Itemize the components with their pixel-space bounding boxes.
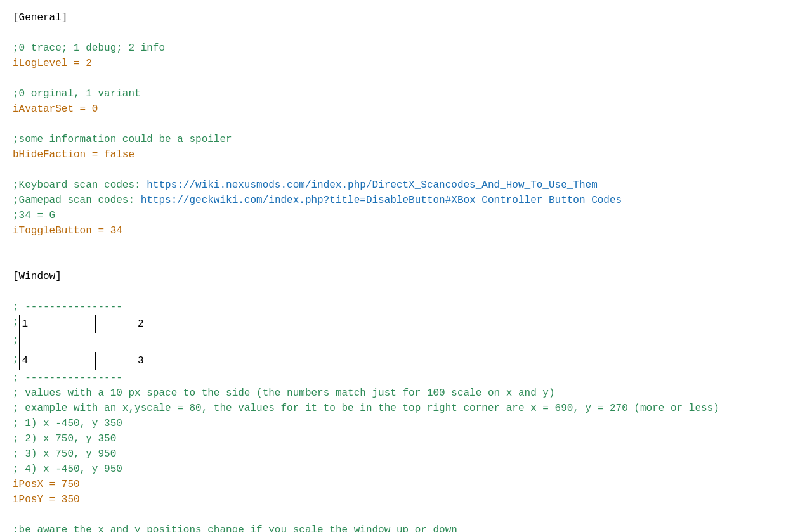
section-window: [Window] <box>13 269 799 284</box>
diagram-cell-4: 4 <box>20 352 96 370</box>
comment-gamepad-text: ;Gamepad scan codes: <box>13 195 141 206</box>
comment-gamepad: ;Gamepad scan codes: https://geckwiki.co… <box>13 193 799 208</box>
blank-5 <box>13 238 799 254</box>
comment-keyboard-text: ;Keyboard scan codes: <box>13 179 147 191</box>
diagram-dash-top: ; ---------------- <box>13 299 799 315</box>
gamepad-url: https://geckwiki.com/index.php?title=Dis… <box>141 195 622 206</box>
diagram-middle <box>19 333 147 352</box>
comment-log: ;0 trace; 1 debug; 2 info <box>13 41 799 56</box>
diagram-cell-1: 1 <box>20 315 96 333</box>
comment-faction: ;some information could be a spoiler <box>13 132 799 147</box>
diagram-cell-2: 2 <box>96 315 147 333</box>
comment-coord2: ; 2) x 750, y 350 <box>13 431 799 446</box>
section-general: [General] <box>13 10 799 25</box>
diagram-prefix-3: ; <box>13 352 19 370</box>
blank-1 <box>13 25 799 41</box>
keyboard-url: https://wiki.nexusmods.com/index.php/Dir… <box>147 179 598 191</box>
kv-faction: bHideFaction = false <box>13 147 799 162</box>
comment-keyboard: ;Keyboard scan codes: https://wiki.nexus… <box>13 178 799 193</box>
diagram-cell-3: 3 <box>96 352 147 370</box>
diagram-row3: ; 4 3 <box>13 352 799 370</box>
blank-7 <box>13 284 799 299</box>
diagram-row1: ; 1 2 <box>13 315 799 333</box>
diagram-table-wrapper: 1 2 <box>19 315 147 333</box>
blank-4 <box>13 162 799 178</box>
blank-3 <box>13 117 799 132</box>
comment-coord1: ; 1) x -450, y 350 <box>13 416 799 431</box>
comment-coord4: ; 4) x -450, y 950 <box>13 462 799 477</box>
blank-8 <box>13 507 799 522</box>
kv-posx: iPosX = 750 <box>13 477 799 492</box>
diagram-row2: ; <box>13 333 799 352</box>
comment-values1: ; values with a 10 px space to the side … <box>13 386 799 401</box>
diagram-prefix-1: ; <box>13 315 19 333</box>
diagram-prefix-2: ; <box>13 333 19 352</box>
comment-values2: ; example with an x,yscale = 80, the val… <box>13 401 799 416</box>
code-content: [General] ;0 trace; 1 debug; 2 info iLog… <box>13 10 799 532</box>
kv-posy: iPosY = 350 <box>13 492 799 507</box>
comment-34: ;34 = G <box>13 208 799 223</box>
blank-6 <box>13 254 799 269</box>
kv-toggle: iToggleButton = 34 <box>13 223 799 238</box>
blank-2 <box>13 71 799 86</box>
diagram-table-wrapper-2: 4 3 <box>19 352 147 370</box>
kv-avatar: iAvatarSet = 0 <box>13 101 799 117</box>
kv-log: iLogLevel = 2 <box>13 56 799 71</box>
comment-scale: ;be aware the x and y positions change i… <box>13 522 799 532</box>
comment-avatar: ;0 orginal, 1 variant <box>13 86 799 101</box>
diagram-dash-bottom: ; ---------------- <box>13 370 799 386</box>
comment-coord3: ; 3) x 750, y 950 <box>13 446 799 462</box>
